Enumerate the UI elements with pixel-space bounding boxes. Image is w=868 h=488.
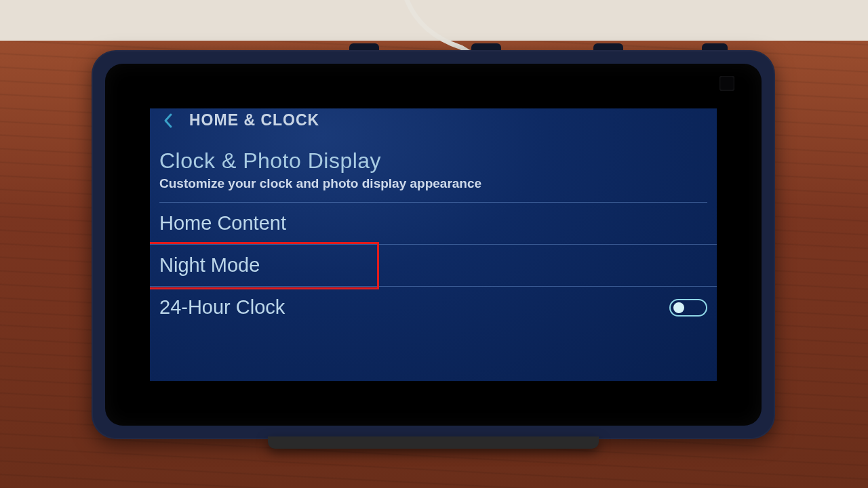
smart-display-device: HOME & CLOCK Clock & Photo Display Custo…	[92, 50, 775, 439]
menu-item-label: 24-Hour Clock	[159, 296, 285, 319]
menu-item-label: Home Content	[159, 212, 286, 235]
page-title: HOME & CLOCK	[189, 111, 319, 129]
device-stand	[268, 436, 599, 449]
device-top-button	[349, 43, 379, 50]
device-top-button	[702, 43, 728, 50]
night-mode-item[interactable]: Night Mode	[150, 245, 717, 287]
menu-item-label: Night Mode	[159, 254, 260, 277]
device-screen: HOME & CLOCK Clock & Photo Display Custo…	[150, 108, 717, 381]
24-hour-clock-toggle[interactable]	[669, 299, 707, 317]
settings-menu: Home Content Night Mode 24-Hour Clock	[150, 203, 717, 328]
clock-photo-display-item[interactable]: Clock & Photo Display Customize your clo…	[150, 138, 717, 194]
device-bezel: HOME & CLOCK Clock & Photo Display Custo…	[105, 64, 762, 426]
back-chevron-icon[interactable]	[159, 112, 177, 129]
device-top-button	[471, 43, 501, 50]
settings-header: HOME & CLOCK	[150, 108, 717, 138]
device-top-button	[593, 43, 623, 50]
background-wall	[0, 0, 868, 41]
front-camera	[719, 76, 734, 91]
section-subtitle: Customize your clock and photo display a…	[159, 176, 707, 191]
section-title: Clock & Photo Display	[159, 148, 707, 174]
home-content-item[interactable]: Home Content	[150, 203, 717, 245]
24-hour-clock-item[interactable]: 24-Hour Clock	[150, 287, 717, 328]
